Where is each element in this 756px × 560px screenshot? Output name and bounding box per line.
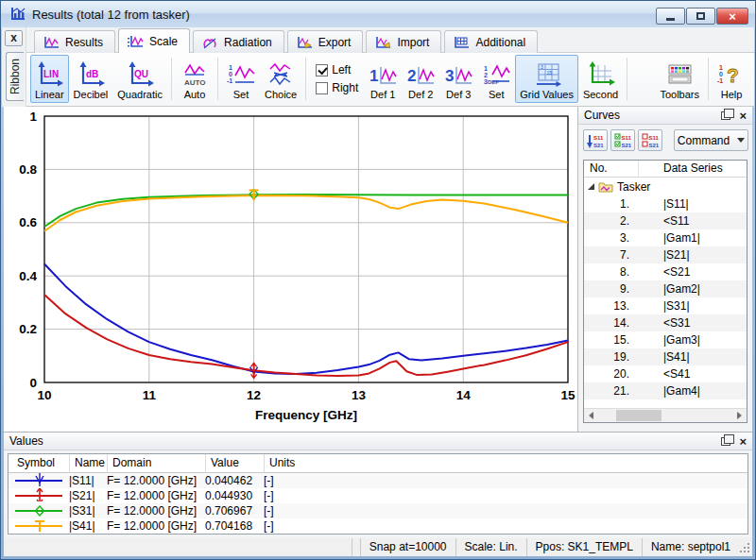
- def2-icon: 2: [406, 61, 435, 89]
- close-button[interactable]: ×: [716, 8, 748, 25]
- horizontal-scrollbar[interactable]: [584, 408, 747, 422]
- tab-results[interactable]: Results: [34, 30, 115, 53]
- chart-plot[interactable]: 00.20.40.60.81101112131415Frequency [GHz…: [4, 107, 580, 433]
- scrollbar-thumb[interactable]: [616, 410, 662, 421]
- tab-label: Additional: [475, 36, 525, 49]
- column-value[interactable]: Value: [205, 454, 264, 472]
- svg-text:11: 11: [143, 388, 157, 402]
- set-scale-button[interactable]: 1 0 -1 Set: [222, 55, 260, 103]
- svg-text:0: 0: [229, 71, 232, 77]
- choice-button[interactable]: Choice: [260, 55, 301, 103]
- curve-row[interactable]: 21.|Gam4|: [584, 382, 747, 399]
- curves-deselect-icon: S11 S21: [642, 133, 659, 148]
- svg-text:DEF: DEF: [488, 79, 499, 85]
- column-no[interactable]: No.: [584, 161, 639, 177]
- tab-additional[interactable]: Additional: [444, 30, 538, 53]
- svg-text:3: 3: [445, 67, 454, 85]
- curves-list-header[interactable]: No. Data Series: [584, 161, 747, 178]
- auto-scale-button[interactable]: AUTO Auto: [176, 55, 214, 103]
- curve-no: 13.: [584, 299, 639, 313]
- def3-button[interactable]: 3 Def 3: [439, 55, 477, 103]
- svg-text:Frequency [GHz]: Frequency [GHz]: [255, 408, 357, 422]
- curve-row[interactable]: 8.<S21: [584, 263, 747, 280]
- help-button[interactable]: 1 0 -1 ? Help: [713, 55, 750, 103]
- ribbon-close-button[interactable]: x: [5, 30, 23, 46]
- titlebar[interactable]: Results (total 12 from tasker) ×: [1, 1, 755, 27]
- curve-row[interactable]: 9.|Gam2|: [584, 280, 747, 297]
- curve-row[interactable]: 19.|S41|: [584, 348, 747, 365]
- curves-group-row[interactable]: Tasker: [584, 178, 747, 195]
- scroll-right-arrow[interactable]: [732, 409, 747, 422]
- close-panel-icon[interactable]: ×: [737, 436, 748, 447]
- ribbon-vertical-tab[interactable]: Ribbon: [6, 52, 24, 101]
- curve-row[interactable]: 2.<S11: [584, 212, 747, 229]
- resize-grip[interactable]: [739, 538, 752, 556]
- minimize-button[interactable]: [656, 8, 685, 25]
- toolbars-button[interactable]: Toolbars: [655, 55, 704, 103]
- grid-values-button[interactable]: 3 15 Grid Values: [515, 55, 578, 103]
- series-name: |S11|: [69, 474, 107, 487]
- curve-row[interactable]: 20.<S41: [584, 365, 747, 382]
- close-panel-icon[interactable]: ×: [737, 110, 748, 121]
- curve-row[interactable]: 3.|Gam1|: [584, 229, 747, 246]
- curve-name: |Gam4|: [639, 384, 700, 398]
- right-axis-checkbox[interactable]: Right: [316, 81, 358, 94]
- scroll-left-arrow[interactable]: [584, 409, 598, 422]
- second-button[interactable]: Second: [578, 55, 623, 103]
- value-row[interactable]: |S11| F= 12.0000 [GHz] 0.040462 [-]: [9, 473, 747, 488]
- svg-text:dB: dB: [86, 69, 98, 79]
- value-row[interactable]: |S21| F= 12.0000 [GHz] 0.044930 [-]: [9, 488, 747, 503]
- curve-no: 2.: [584, 214, 639, 228]
- float-panel-icon[interactable]: [721, 437, 730, 446]
- svg-text:1: 1: [229, 64, 232, 71]
- ribbon-toolbar: LIN Linear dB Decibel QU: [26, 53, 754, 107]
- curve-row[interactable]: 7.|S21|: [584, 246, 747, 263]
- additional-icon: [453, 36, 470, 49]
- curve-row[interactable]: 15.|Gam3|: [584, 331, 747, 348]
- decibel-button[interactable]: dB Decibel: [69, 55, 113, 103]
- column-data-series[interactable]: Data Series: [639, 161, 747, 177]
- column-symbol[interactable]: Symbol: [9, 454, 69, 472]
- tree-expanded-icon[interactable]: [588, 183, 594, 190]
- tab-export[interactable]: Export: [287, 30, 364, 53]
- tab-import[interactable]: Import: [366, 30, 441, 53]
- tab-scale[interactable]: Scale: [118, 28, 190, 53]
- curves-panel-titlebar[interactable]: Curves ×: [578, 107, 752, 125]
- left-axis-checkbox[interactable]: Left: [316, 63, 358, 76]
- def1-button[interactable]: 1 Def 1: [364, 55, 402, 103]
- resize-grip-icon: [739, 538, 752, 556]
- quadratic-button[interactable]: QU Quadratic: [112, 55, 167, 103]
- curve-row[interactable]: 1.|S11|: [584, 195, 747, 212]
- curve-row[interactable]: 14.<S31: [584, 314, 747, 331]
- toolbar-separator: [217, 58, 218, 100]
- set-def-label: Set: [489, 89, 505, 101]
- curves-rows: 1.|S11| 2.<S11 3.|Gam1| 7.|S21| 8.<S21 9…: [584, 195, 747, 399]
- column-domain[interactable]: Domain: [107, 454, 205, 472]
- svg-text:1: 1: [29, 110, 37, 124]
- command-dropdown[interactable]: Command: [674, 129, 748, 151]
- minimize-icon: [666, 18, 675, 21]
- results-chart-icon: [43, 36, 60, 49]
- column-name[interactable]: Name: [69, 454, 107, 472]
- series-value: 0.706967: [205, 504, 264, 518]
- curves-select-all-button[interactable]: S11 S21: [610, 129, 635, 151]
- curves-order-button[interactable]: S11 S21: [583, 129, 608, 151]
- def3-label: Def 3: [446, 89, 471, 101]
- svg-text:1: 1: [484, 65, 488, 72]
- column-units[interactable]: Units: [264, 454, 747, 472]
- curve-name: |Gam2|: [639, 282, 700, 296]
- float-panel-icon[interactable]: [721, 111, 730, 120]
- curves-deselect-button[interactable]: S11 S21: [638, 129, 662, 151]
- maximize-button[interactable]: [686, 8, 715, 25]
- curve-row[interactable]: 13.|S31|: [584, 297, 747, 314]
- values-panel-titlebar[interactable]: Values ×: [4, 433, 752, 450]
- grid-values-label: Grid Values: [520, 89, 574, 101]
- results-window: Results (total 12 from tasker) × x Ribbo…: [0, 0, 756, 560]
- tab-radiation[interactable]: Radiation: [193, 30, 284, 53]
- linear-button[interactable]: LIN Linear: [30, 55, 69, 103]
- value-row[interactable]: |S41| F= 12.0000 [GHz] 0.704168 [-]: [9, 518, 747, 534]
- def2-button[interactable]: 2 Def 2: [402, 55, 439, 103]
- set-def-button[interactable]: 1 2 3 DEF Set: [477, 55, 515, 103]
- value-row[interactable]: |S31| F= 12.0000 [GHz] 0.706967 [-]: [9, 503, 747, 518]
- values-header[interactable]: Symbol Name Domain Value Units: [9, 454, 747, 473]
